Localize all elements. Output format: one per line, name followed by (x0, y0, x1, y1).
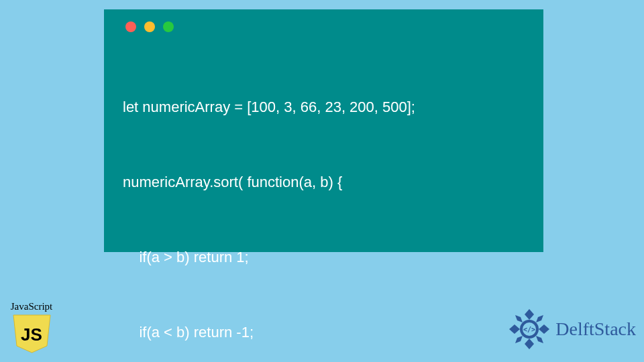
delftstack-brand: </> DelftStack (507, 307, 636, 351)
delftstack-name: DelftStack (555, 318, 636, 340)
js-logo-text: JS (21, 324, 42, 345)
code-block: let numericArray = [100, 3, 66, 23, 200,… (123, 44, 530, 362)
code-panel: let numericArray = [100, 3, 66, 23, 200,… (104, 9, 543, 252)
minimize-icon (144, 21, 155, 32)
window-controls (125, 21, 530, 32)
javascript-badge: JavaScript JS (5, 301, 58, 354)
code-line: if(a > b) return 1; (123, 245, 530, 269)
code-line: if(a < b) return -1; (123, 320, 530, 345)
close-icon (125, 21, 136, 32)
javascript-label: JavaScript (5, 301, 58, 312)
code-line: numericArray.sort( function(a, b) { (123, 170, 530, 194)
maximize-icon (163, 21, 174, 32)
javascript-logo-icon: JS (10, 314, 54, 354)
svg-text:</>: </> (523, 326, 535, 333)
code-line: let numericArray = [100, 3, 66, 23, 200,… (123, 95, 530, 119)
delftstack-logo-icon: </> (507, 307, 551, 351)
